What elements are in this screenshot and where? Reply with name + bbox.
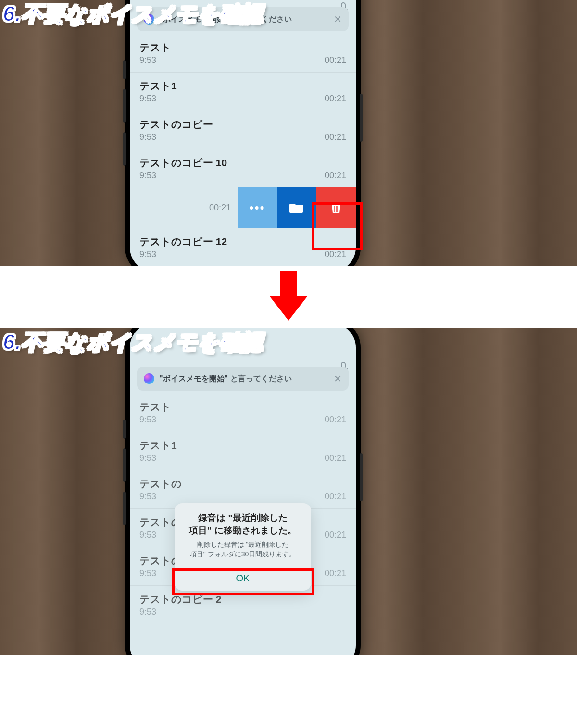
screenshot-bottom: 6.不要なボイスメモを確認 "ボイスメモを開始" と言ってください	[0, 328, 577, 655]
delete-button[interactable]	[316, 187, 356, 228]
item-duration: 00:21	[325, 453, 346, 463]
folder-icon	[289, 202, 304, 213]
item-duration: 00:21	[325, 94, 346, 104]
swiped-row: 00:21 •••	[130, 187, 356, 228]
item-time: 9:53	[139, 530, 156, 540]
item-duration: 00:21	[325, 530, 346, 540]
dialog-title: 録音は "最近削除した 項目" に移動されました。	[182, 512, 303, 536]
phone-side-button	[123, 420, 126, 439]
item-time: 9:53	[139, 132, 156, 142]
item-time: 9:53	[139, 568, 156, 579]
item-duration: 00:21	[325, 568, 346, 579]
overlay-caption: 6.不要なボイスメモを確認	[3, 0, 263, 28]
list-item[interactable]: テストのコピー 12 9:53 00:21	[130, 228, 356, 266]
iphone-frame: "ボイスメモを開始" と言ってください ✕ テスト 9:53 00:21 テスト…	[125, 0, 361, 266]
trash-icon	[330, 201, 342, 214]
item-title: テスト1	[139, 79, 346, 93]
list-item[interactable]: テスト1 9:53 00:21	[130, 432, 356, 470]
ellipsis-icon: •••	[249, 200, 265, 215]
item-title: テスト	[139, 400, 346, 414]
list-item[interactable]: テストのコピー 2 9:53	[130, 586, 356, 624]
item-title: テスト	[139, 41, 346, 54]
item-title: テストのコピー	[139, 118, 346, 131]
item-time: 9:53	[139, 492, 156, 502]
screenshot-top: 6.不要なボイスメモを確認 "ボイスメモを開始" と言ってください	[0, 0, 577, 266]
close-icon[interactable]: ✕	[334, 13, 342, 25]
recordings-list: テスト 9:53 00:21 テスト1 9:53 00:21	[130, 34, 356, 266]
phone-side-button	[123, 89, 126, 123]
phone-side-button	[123, 492, 126, 525]
screen: "ボイスメモを開始" と言ってください ✕ テスト 9:53 00:21 テスト…	[130, 0, 356, 266]
item-time: 9:53	[139, 453, 156, 463]
more-action-button[interactable]: •••	[238, 187, 277, 228]
siri-icon	[144, 373, 154, 384]
item-duration: 00:21	[325, 415, 346, 425]
list-item[interactable]: テストのコピー 10 9:53 00:21	[130, 149, 356, 187]
item-time: 9:53	[139, 415, 156, 425]
item-time: 9:53	[139, 249, 156, 259]
phone-side-button	[360, 94, 363, 142]
item-duration: 00:21	[325, 132, 346, 142]
item-time: 9:53	[139, 55, 156, 65]
siri-text: "ボイスメモを開始" と言ってください	[159, 374, 292, 384]
down-arrow-icon	[270, 271, 307, 322]
list-item[interactable]: テストのコピー 9:53 00:21	[130, 111, 356, 149]
ok-button[interactable]: OK	[175, 566, 311, 591]
item-time: 9:53	[139, 607, 156, 617]
list-item[interactable]: テスト 9:53 00:21	[130, 34, 356, 73]
item-duration: 00:21	[325, 492, 346, 502]
list-item[interactable]: テスト 9:53 00:21	[130, 394, 356, 432]
item-title: テストの	[139, 477, 346, 491]
item-duration: 00:21	[325, 249, 346, 259]
item-duration: 00:21	[325, 55, 346, 65]
phone-side-button	[123, 448, 126, 482]
item-time: 9:53	[139, 171, 156, 181]
iphone-frame: "ボイスメモを開始" と言ってください ✕ テスト 9:53 00:21 テスト…	[125, 328, 361, 655]
phone-side-button	[123, 132, 126, 166]
item-duration: 00:21	[325, 171, 346, 181]
list-item[interactable]: テスト1 9:53 00:21	[130, 73, 356, 111]
phone-side-button	[360, 453, 363, 501]
deleted-confirmation-dialog: 録音は "最近削除した 項目" に移動されました。 削除した録音は "最近削除し…	[175, 503, 311, 591]
item-title: テストのコピー 12	[139, 235, 346, 248]
screen: "ボイスメモを開始" と言ってください ✕ テスト 9:53 00:21 テスト…	[130, 328, 356, 655]
overlay-caption: 6.不要なボイスメモを確認	[3, 328, 263, 357]
dialog-subtitle: 削除した録音は "最近削除した 項目" フォルダに30日間残ります。	[182, 540, 303, 559]
item-title: テストのコピー 2	[139, 592, 346, 606]
item-title: テスト1	[139, 439, 346, 452]
item-title: テストのコピー 10	[139, 156, 346, 170]
move-folder-button[interactable]	[277, 187, 316, 228]
close-icon[interactable]: ✕	[334, 373, 342, 384]
siri-suggestion-bar[interactable]: "ボイスメモを開始" と言ってください ✕	[137, 367, 349, 391]
item-time: 9:53	[139, 94, 156, 104]
transition-gap	[0, 266, 577, 328]
swiped-duration: 00:21	[209, 203, 231, 213]
phone-side-button	[123, 60, 126, 79]
